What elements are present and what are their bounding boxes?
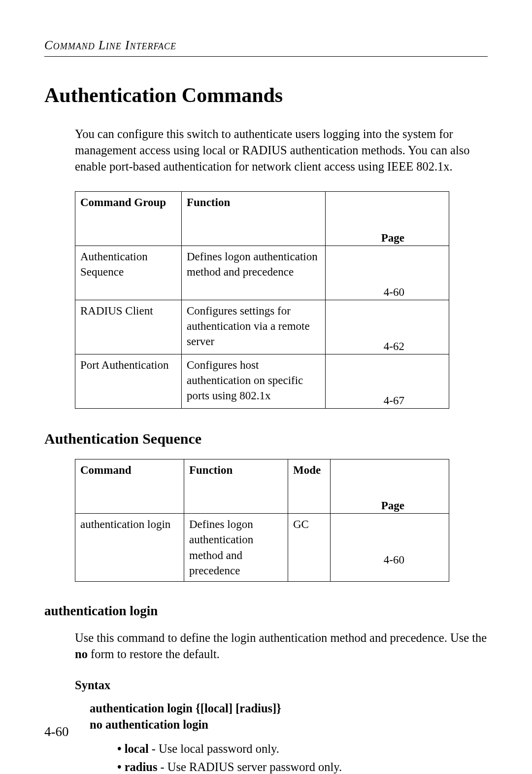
desc-post: form to restore the default. <box>88 647 220 661</box>
syntax-line: authentication login {[local] [radius]} <box>90 700 488 716</box>
section-auth-login: authentication login <box>44 603 488 619</box>
list-item: local - Use local password only. <box>117 740 488 757</box>
table-row: authentication login Defines logon authe… <box>75 514 449 581</box>
cell-group: Port Authentication <box>75 354 182 409</box>
th-function: Function <box>182 192 326 246</box>
command-description: Use this command to define the login aut… <box>75 630 488 662</box>
cell-page: 4-67 <box>326 354 449 409</box>
option-name: local <box>125 742 149 755</box>
cell-function: Defines logon authentication method and … <box>182 246 326 300</box>
desc-bold: no <box>75 647 88 661</box>
cell-group: Authentication Sequence <box>75 246 182 300</box>
option-desc: - Use local password only. <box>149 742 279 755</box>
page-header: Command Line Interface <box>44 38 488 57</box>
th-command: Command <box>75 459 184 514</box>
cell-command: authentication login <box>75 514 184 581</box>
option-name: radius <box>125 760 158 774</box>
syntax-lines: authentication login {[local] [radius]} … <box>90 700 488 733</box>
cell-page: 4-62 <box>326 300 449 354</box>
th-mode: Mode <box>288 459 331 514</box>
list-item: radius - Use RADIUS server password only… <box>117 759 488 774</box>
cell-group: RADIUS Client <box>75 300 182 354</box>
cell-function: Defines logon authentication method and … <box>184 514 288 581</box>
page-title: Authentication Commands <box>44 83 488 107</box>
section-auth-sequence: Authentication Sequence <box>44 430 488 447</box>
table-row: Port Authentication Configures host auth… <box>75 354 449 409</box>
cell-page: 4-60 <box>326 246 449 300</box>
cell-function: Configures settings for authentication v… <box>182 300 326 354</box>
desc-pre: Use this command to define the login aut… <box>75 631 487 644</box>
table-row: Authentication Sequence Defines logon au… <box>75 246 449 300</box>
th-page: Page <box>326 192 449 246</box>
syntax-options-list: local - Use local password only. radius … <box>90 740 488 774</box>
cell-function: Configures host authentication on specif… <box>182 354 326 409</box>
command-table: Command Function Mode Page authenticatio… <box>75 459 449 581</box>
intro-paragraph: You can configure this switch to authent… <box>75 126 488 175</box>
command-group-table: Command Group Function Page Authenticati… <box>75 191 449 409</box>
syntax-label: Syntax <box>75 677 488 693</box>
cell-mode: GC <box>288 514 331 581</box>
syntax-line: no authentication login <box>90 716 488 733</box>
page-number: 4-60 <box>44 724 69 739</box>
table-row: RADIUS Client Configures settings for au… <box>75 300 449 354</box>
cell-page: 4-60 <box>331 514 449 581</box>
th-page: Page <box>331 459 449 514</box>
th-function: Function <box>184 459 288 514</box>
option-desc: - Use RADIUS server password only. <box>157 760 342 774</box>
th-command-group: Command Group <box>75 192 182 246</box>
